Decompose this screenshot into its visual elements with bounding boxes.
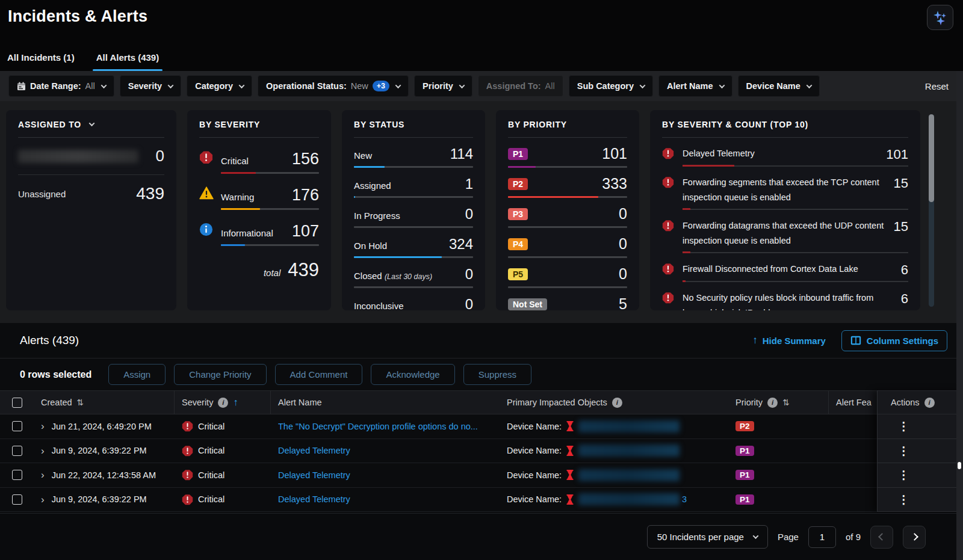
select-all-checkbox[interactable] — [12, 398, 22, 408]
tab-all-alerts[interactable]: All Alerts (439) — [95, 46, 160, 71]
next-page-button[interactable] — [903, 526, 926, 549]
filter-sub-category[interactable]: Sub Category — [569, 75, 653, 97]
tab-all-incidents[interactable]: All Incidents (1) — [6, 46, 76, 71]
column-header-created[interactable]: Created ⇅ — [34, 391, 175, 414]
filter-label: Priority — [423, 81, 453, 91]
page-scrollbar[interactable] — [956, 71, 963, 560]
top10-row[interactable]: No Security policy rules block inbound t… — [662, 291, 908, 311]
alert-name-link[interactable]: Delayed Telemetry — [278, 494, 350, 504]
calendar-icon — [17, 82, 26, 91]
created-cell: Jun 22, 2024, 12:43:58 AM — [52, 470, 156, 480]
severity-row-warning[interactable]: Warning 176 — [199, 186, 319, 210]
top10-row[interactable]: Forwarding datagrams that exceed the UDP… — [662, 218, 908, 253]
column-header-primary-impacted[interactable]: Primary Impacted Objects i — [500, 391, 728, 414]
device-name-suffix[interactable]: 3 — [682, 494, 687, 504]
suppress-button[interactable]: Suppress — [463, 364, 531, 385]
status-row-assigned[interactable]: Assigned 1 — [354, 176, 473, 198]
row-actions-menu-icon[interactable]: ⋮ — [898, 445, 909, 457]
severity-row-critical[interactable]: Critical 156 — [199, 150, 319, 174]
expand-row-icon[interactable]: › — [41, 446, 45, 456]
table-row[interactable]: › Jun 21, 2024, 6:49:20 PM Critical The … — [0, 414, 963, 439]
bulk-action-row: 0 rows selected Assign Change Priority A… — [0, 358, 963, 390]
column-header-priority[interactable]: Priority i ⇅ — [728, 391, 829, 414]
priority-row-p4[interactable]: P4 0 — [508, 235, 627, 258]
row-checkbox[interactable] — [12, 446, 22, 456]
assigned-row[interactable]: Unassigned 439 — [18, 175, 164, 212]
expand-row-icon[interactable]: › — [41, 421, 45, 431]
column-label: Alert Name — [278, 398, 322, 407]
column-header-alert-name[interactable]: Alert Name — [271, 391, 500, 414]
status-row-on-hold[interactable]: On Hold 324 — [354, 236, 473, 258]
row-actions-menu-icon[interactable]: ⋮ — [898, 494, 909, 505]
assign-button[interactable]: Assign — [108, 364, 166, 385]
expand-row-icon[interactable]: › — [41, 494, 45, 505]
card-scrollbar[interactable] — [929, 114, 934, 307]
row-checkbox[interactable] — [12, 494, 22, 505]
card-title[interactable]: ASSIGNED TO — [18, 120, 164, 129]
alert-type-count: 15 — [894, 218, 908, 249]
top10-row[interactable]: Delayed Telemetry 101 — [662, 146, 908, 167]
row-checkbox[interactable] — [12, 470, 22, 480]
sort-icon[interactable]: ⇅ — [782, 398, 790, 407]
filter-date-range[interactable]: Date Range: All — [8, 75, 114, 97]
column-header-alert-fea[interactable]: Alert Fea — [829, 391, 877, 414]
add-comment-button[interactable]: Add Comment — [275, 364, 363, 385]
ai-assistant-button[interactable] — [927, 5, 953, 30]
status-row-in-progress[interactable]: In Progress 0 — [354, 206, 473, 228]
severity-label: Informational — [221, 228, 273, 238]
severity-row-informational[interactable]: Informational 107 — [199, 222, 319, 246]
assigned-row[interactable]: 0 — [18, 138, 164, 175]
chevron-down-icon — [239, 82, 245, 88]
top10-row[interactable]: Forwarding segments that exceed the TCP … — [662, 175, 908, 210]
alerts-section: Alerts (439) ↑ Hide Summary Column Setti… — [0, 323, 963, 560]
hide-summary-button[interactable]: ↑ Hide Summary — [752, 334, 826, 346]
acknowledge-button[interactable]: Acknowledge — [371, 364, 454, 385]
table-row[interactable]: › Jun 9, 2024, 6:39:22 PM Critical Delay… — [0, 439, 963, 464]
priority-row-p5[interactable]: P5 0 — [508, 265, 627, 288]
reset-filters-button[interactable]: Reset — [925, 81, 949, 91]
sort-icon[interactable]: ⇅ — [77, 398, 84, 407]
table-row[interactable]: › Jun 9, 2024, 6:39:22 PM Critical Delay… — [0, 488, 963, 512]
column-settings-button[interactable]: Column Settings — [841, 330, 947, 351]
expand-row-icon[interactable]: › — [41, 470, 45, 480]
alert-name-link[interactable]: Delayed Telemetry — [278, 470, 350, 480]
scrollbar-thumb[interactable] — [958, 462, 961, 469]
table-row[interactable]: › Jun 22, 2024, 12:43:58 AM Critical Del… — [0, 463, 963, 488]
column-header-severity[interactable]: Severity i ↑ — [175, 391, 271, 414]
priority-badge: P3 — [508, 208, 528, 220]
filter-alert-name[interactable]: Alert Name — [658, 75, 732, 97]
card-scrollbar-thumb[interactable] — [929, 114, 934, 202]
alert-type-count: 6 — [901, 262, 908, 278]
filter-priority[interactable]: Priority — [414, 75, 472, 97]
priority-row-p3[interactable]: P3 0 — [508, 205, 627, 228]
status-row-closed[interactable]: Closed (Last 30 days) 0 — [354, 266, 473, 288]
status-label-suffix: (Last 30 days) — [385, 272, 432, 281]
page-number-input[interactable]: 1 — [808, 526, 836, 548]
alert-name-link[interactable]: The "No Decrypt" Decryption profile opti… — [278, 422, 478, 431]
card-top10: BY SEVERITY & COUNT (TOP 10) Delayed Tel… — [650, 110, 920, 310]
alert-name-link[interactable]: Delayed Telemetry — [278, 446, 350, 455]
alert-type-label: Firewall Disconnected from Cortex Data L… — [683, 262, 858, 278]
filter-device-name[interactable]: Device Name — [738, 75, 820, 97]
assignee-name: Unassigned — [18, 189, 66, 199]
status-row-new[interactable]: New 114 — [354, 146, 473, 168]
filter-category[interactable]: Category — [187, 75, 252, 97]
severity-label: Critical — [221, 156, 249, 166]
per-page-dropdown[interactable]: 50 Incidents per page — [647, 525, 768, 549]
top10-row[interactable]: Firewall Disconnected from Cortex Data L… — [662, 262, 908, 282]
sort-ascending-icon[interactable]: ↑ — [233, 397, 238, 408]
priority-row-p1[interactable]: P1 101 — [508, 145, 627, 168]
filter-label: Severity — [128, 81, 162, 91]
priority-row-not-set[interactable]: Not Set 5 — [508, 295, 627, 310]
filter-severity[interactable]: Severity — [120, 75, 181, 97]
row-actions-menu-icon[interactable]: ⋮ — [898, 469, 909, 481]
priority-row-p2[interactable]: P2 333 — [508, 175, 627, 198]
row-actions-menu-icon[interactable]: ⋮ — [898, 420, 909, 432]
priority-badge: P2 — [735, 421, 754, 431]
status-row-inconclusive[interactable]: Inconclusive 0 — [354, 296, 473, 310]
row-checkbox[interactable] — [12, 421, 22, 431]
filter-operational-status[interactable]: Operational Status: New +3 — [258, 75, 409, 97]
column-header-actions[interactable]: Actions i — [878, 390, 963, 414]
change-priority-button[interactable]: Change Priority — [174, 364, 266, 385]
priority-count: 0 — [619, 235, 627, 253]
